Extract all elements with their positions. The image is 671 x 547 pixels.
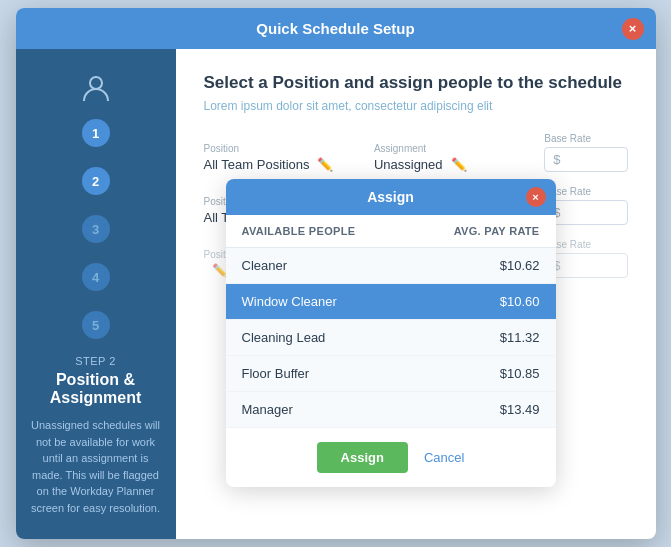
modal-title: Quick Schedule Setup [256, 20, 414, 37]
main-title: Select a Position and assign people to t… [204, 73, 628, 93]
base-rate-group-2: Base Rate $ [544, 186, 627, 225]
svg-point-0 [90, 77, 102, 89]
base-rate-input-wrapper-1: $ [544, 147, 627, 172]
assign-person-row-4[interactable]: Manager $13.49 [226, 392, 556, 428]
assign-popup-header: Assign × [226, 179, 556, 215]
assignment-value-row-1: Unassigned ✏️ [374, 157, 532, 172]
assign-person-name-3: Floor Buffer [242, 366, 440, 381]
sidebar-step-label: STEP 2 [75, 355, 116, 367]
col-rate-header: AVG. PAY RATE [440, 225, 540, 237]
assign-person-name-0: Cleaner [242, 258, 440, 273]
step-circle-2: 2 [82, 167, 110, 195]
assign-popup-close-button[interactable]: × [526, 187, 546, 207]
base-rate-group-3: Base Rate $ [544, 239, 627, 278]
assign-popup-footer: Assign Cancel [226, 428, 556, 487]
step-circle-4: 4 [82, 263, 110, 291]
cancel-button[interactable]: Cancel [424, 450, 464, 465]
assign-person-row-2[interactable]: Cleaning Lead $11.32 [226, 320, 556, 356]
step-circle-5: 5 [82, 311, 110, 339]
sidebar-step-title: Position & Assignment [28, 371, 164, 407]
base-rate-input-wrapper-2: $ [544, 200, 627, 225]
modal-header: Quick Schedule Setup × [16, 8, 656, 49]
assign-person-row-1[interactable]: Window Cleaner $10.60 [226, 284, 556, 320]
main-subtitle: Lorem ipsum dolor sit amet, consectetur … [204, 99, 628, 113]
assign-popup: Assign × AVAILABLE PEOPLE AVG. PAY RATE … [226, 179, 556, 487]
assignment-edit-icon-1[interactable]: ✏️ [451, 157, 467, 172]
modal-body: 1 2 3 4 5 STEP 2 Position & Assignment U… [16, 49, 656, 539]
base-rate-label-2: Base Rate [544, 186, 627, 197]
step-circle-3: 3 [82, 215, 110, 243]
modal-close-button[interactable]: × [622, 18, 644, 40]
assign-person-rate-2: $11.32 [440, 330, 540, 345]
assign-person-row-3[interactable]: Floor Buffer $10.85 [226, 356, 556, 392]
assign-button[interactable]: Assign [317, 442, 408, 473]
position-value-1: All Team Positions [204, 157, 310, 172]
modal: Quick Schedule Setup × 1 2 3 4 [16, 8, 656, 539]
sidebar-description: Unassigned schedules will not be availab… [28, 417, 164, 516]
assign-popup-table-header: AVAILABLE PEOPLE AVG. PAY RATE [226, 215, 556, 248]
base-rate-input-1[interactable] [563, 152, 619, 167]
step-circles: 1 2 3 4 5 [28, 119, 164, 339]
sidebar: 1 2 3 4 5 STEP 2 Position & Assignment U… [16, 49, 176, 539]
assign-person-rate-3: $10.85 [440, 366, 540, 381]
assignment-label-1: Assignment [374, 143, 532, 154]
assign-person-name-1: Window Cleaner [242, 294, 440, 309]
modal-close-icon: × [629, 21, 637, 36]
position-edit-icon-1[interactable]: ✏️ [317, 157, 333, 172]
assign-person-rate-0: $10.62 [440, 258, 540, 273]
assign-popup-title: Assign [367, 189, 414, 205]
main-content: Select a Position and assign people to t… [176, 49, 656, 539]
assign-person-row-0[interactable]: Cleaner $10.62 [226, 248, 556, 284]
base-rate-label-3: Base Rate [544, 239, 627, 250]
assignment-value-1: Unassigned [374, 157, 443, 172]
assign-popup-close-icon: × [532, 191, 538, 203]
base-rate-group-1: Base Rate $ [544, 133, 627, 172]
assign-person-name-2: Cleaning Lead [242, 330, 440, 345]
modal-wrapper: Quick Schedule Setup × 1 2 3 4 [0, 0, 671, 547]
base-rate-symbol-1: $ [553, 152, 560, 167]
base-rate-input-2[interactable] [563, 205, 619, 220]
assignment-group-1: Assignment Unassigned ✏️ [374, 143, 532, 172]
person-icon [74, 73, 118, 105]
position-label-1: Position [204, 143, 362, 154]
col-name-header: AVAILABLE PEOPLE [242, 225, 440, 237]
assign-person-rate-4: $13.49 [440, 402, 540, 417]
base-rate-input-wrapper-3: $ [544, 253, 627, 278]
position-row-1: Position All Team Positions ✏️ Assignmen… [204, 133, 628, 172]
position-group-1: Position All Team Positions ✏️ [204, 143, 362, 172]
assign-person-name-4: Manager [242, 402, 440, 417]
assign-person-rate-1: $10.60 [440, 294, 540, 309]
position-value-row-1: All Team Positions ✏️ [204, 157, 362, 172]
base-rate-label-1: Base Rate [544, 133, 627, 144]
step-circle-1: 1 [82, 119, 110, 147]
base-rate-input-3[interactable] [563, 258, 619, 273]
